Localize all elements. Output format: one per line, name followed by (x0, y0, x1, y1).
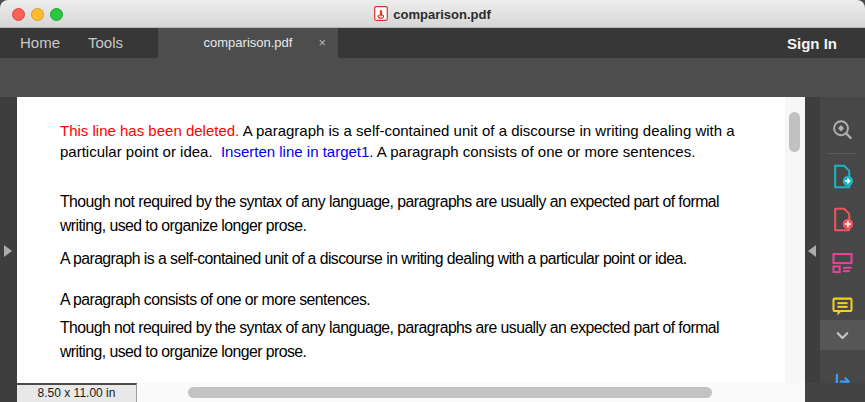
document-page: This line has been deleted. A paragraph … (17, 97, 785, 383)
search-tools-icon[interactable] (829, 117, 856, 144)
comment-icon[interactable] (829, 293, 856, 320)
vertical-scrollbar-thumb[interactable] (789, 112, 800, 152)
sign-in-button[interactable]: Sign In (787, 28, 837, 58)
left-panel-strip (0, 97, 17, 402)
right-panel-collapse-icon[interactable] (808, 245, 816, 257)
tools-sidebar (820, 97, 865, 402)
main-toolbar: / 2 100% ••• Share (0, 58, 865, 97)
tab-document-active[interactable]: comparison.pdf × (158, 28, 338, 58)
inserted-text: Inserten line in target1. (221, 143, 374, 160)
sidebar-more-row[interactable] (820, 320, 865, 350)
tail-text: A paragraph consists of one or more sent… (374, 143, 696, 160)
export-pdf-icon[interactable] (829, 163, 856, 190)
paragraph-compare: This line has been deleted. A paragraph … (60, 121, 762, 162)
create-pdf-icon[interactable] (829, 206, 856, 233)
horizontal-scrollbar-thumb[interactable] (188, 387, 712, 398)
paragraph: Though not required by the syntax of any… (60, 316, 762, 364)
tab-home[interactable]: Home (20, 28, 60, 58)
page-size-indicator: 8.50 x 11.00 in (17, 383, 137, 402)
paragraph: Though not required by the syntax of any… (60, 190, 762, 238)
paragraph: A paragraph consists of one or more sent… (60, 288, 762, 312)
tab-tools[interactable]: Tools (88, 28, 123, 58)
horizontal-scrollbar[interactable] (137, 383, 805, 402)
edit-pdf-icon[interactable] (829, 249, 856, 276)
deleted-text: This line has been deleted. (60, 122, 239, 139)
acrobat-window: comparison.pdf Home Tools comparison.pdf… (0, 0, 865, 402)
close-tab-icon[interactable]: × (318, 28, 326, 58)
left-panel-expand-icon[interactable] (4, 245, 12, 257)
tab-bar: Home Tools comparison.pdf × ? Sign In (0, 28, 865, 58)
acrobat-pdf-icon (374, 6, 388, 24)
window-titlebar: comparison.pdf (0, 0, 865, 28)
sidebar-divider (828, 153, 857, 154)
paragraph: A paragraph is a self-contained unit of … (60, 247, 762, 271)
tab-document-label: comparison.pdf (204, 35, 293, 50)
vertical-scrollbar[interactable] (785, 97, 805, 383)
window-title-text: comparison.pdf (393, 7, 491, 22)
chevron-down-icon (829, 322, 856, 349)
right-panel-strip (805, 97, 820, 383)
bottom-right-corner (805, 383, 865, 402)
window-title: comparison.pdf (0, 6, 865, 24)
